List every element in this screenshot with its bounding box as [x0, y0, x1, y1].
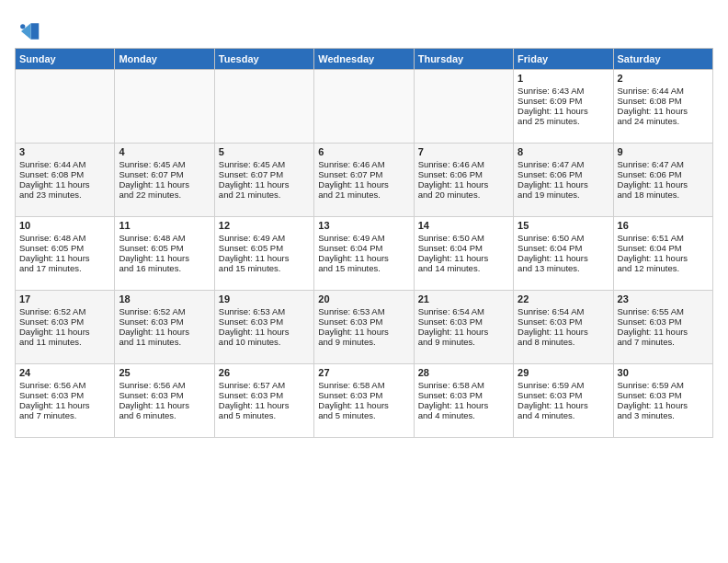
- cell-info-line: Sunrise: 6:43 AM: [518, 86, 609, 96]
- calendar-cell: 23Sunrise: 6:55 AMSunset: 6:03 PMDayligh…: [613, 291, 712, 364]
- cell-info-line: Sunset: 6:03 PM: [119, 390, 210, 400]
- cell-info-line: Sunset: 6:03 PM: [518, 390, 609, 400]
- day-number: 5: [219, 146, 310, 157]
- day-number: 17: [19, 293, 110, 304]
- cell-info-line: Sunrise: 6:53 AM: [318, 306, 409, 316]
- calendar-cell: 22Sunrise: 6:54 AMSunset: 6:03 PMDayligh…: [514, 291, 613, 364]
- cell-info-line: Sunrise: 6:44 AM: [618, 86, 709, 96]
- day-number: 19: [219, 293, 310, 304]
- day-number: 13: [318, 220, 409, 231]
- calendar-cell: 28Sunrise: 6:58 AMSunset: 6:03 PMDayligh…: [414, 364, 513, 438]
- cell-info-line: Sunset: 6:05 PM: [19, 243, 110, 253]
- cell-info-line: Sunrise: 6:56 AM: [19, 380, 110, 390]
- day-number: 18: [119, 293, 210, 304]
- calendar-cell: 7Sunrise: 6:46 AMSunset: 6:06 PMDaylight…: [414, 144, 513, 217]
- calendar-cell: [314, 70, 414, 144]
- cell-info-line: Sunset: 6:03 PM: [318, 390, 409, 400]
- cell-info-line: and 23 minutes.: [19, 190, 110, 200]
- day-number: 12: [219, 220, 310, 231]
- weekday-header-monday: Monday: [115, 49, 214, 70]
- cell-info-line: Daylight: 11 hours: [318, 400, 409, 410]
- weekday-header-tuesday: Tuesday: [214, 49, 313, 70]
- cell-info-line: and 15 minutes.: [318, 263, 409, 273]
- cell-info-line: Sunrise: 6:54 AM: [518, 306, 609, 316]
- cell-info-line: and 11 minutes.: [19, 337, 110, 347]
- calendar-cell: 4Sunrise: 6:45 AMSunset: 6:07 PMDaylight…: [115, 144, 214, 217]
- day-number: 6: [318, 146, 409, 157]
- calendar-cell: 26Sunrise: 6:57 AMSunset: 6:03 PMDayligh…: [214, 364, 313, 438]
- day-number: 4: [119, 146, 210, 157]
- calendar-week-row: 10Sunrise: 6:48 AMSunset: 6:05 PMDayligh…: [16, 217, 713, 291]
- cell-info-line: Daylight: 11 hours: [219, 179, 310, 190]
- cell-info-line: Daylight: 11 hours: [518, 106, 609, 116]
- cell-info-line: Sunrise: 6:55 AM: [618, 306, 709, 316]
- weekday-header-wednesday: Wednesday: [314, 49, 414, 70]
- cell-info-line: Sunset: 6:05 PM: [119, 243, 210, 253]
- calendar-cell: 15Sunrise: 6:50 AMSunset: 6:04 PMDayligh…: [514, 217, 613, 291]
- cell-info-line: Sunset: 6:04 PM: [518, 243, 609, 253]
- cell-info-line: Sunrise: 6:45 AM: [219, 159, 310, 169]
- calendar-cell: 29Sunrise: 6:59 AMSunset: 6:03 PMDayligh…: [514, 364, 613, 438]
- calendar-cell: 13Sunrise: 6:49 AMSunset: 6:04 PMDayligh…: [314, 217, 414, 291]
- cell-info-line: Sunrise: 6:49 AM: [318, 233, 409, 243]
- cell-info-line: Daylight: 11 hours: [219, 327, 310, 337]
- cell-info-line: Daylight: 11 hours: [618, 327, 709, 337]
- cell-info-line: Sunset: 6:03 PM: [219, 316, 310, 327]
- cell-info-line: Sunrise: 6:48 AM: [19, 233, 110, 243]
- weekday-header-thursday: Thursday: [414, 49, 513, 70]
- cell-info-line: Daylight: 11 hours: [618, 106, 709, 116]
- cell-info-line: Sunrise: 6:59 AM: [618, 380, 709, 390]
- cell-info-line: and 25 minutes.: [518, 116, 609, 126]
- cell-info-line: Sunset: 6:03 PM: [19, 390, 110, 400]
- day-number: 21: [418, 293, 509, 304]
- cell-info-line: and 4 minutes.: [418, 410, 509, 420]
- cell-info-line: Daylight: 11 hours: [618, 253, 709, 263]
- calendar-cell: 6Sunrise: 6:46 AMSunset: 6:07 PMDaylight…: [314, 144, 414, 217]
- calendar-cell: 27Sunrise: 6:58 AMSunset: 6:03 PMDayligh…: [314, 364, 414, 438]
- cell-info-line: Sunrise: 6:52 AM: [19, 306, 110, 316]
- cell-info-line: and 7 minutes.: [618, 337, 709, 347]
- weekday-header-friday: Friday: [514, 49, 613, 70]
- calendar-body: 1Sunrise: 6:43 AMSunset: 6:09 PMDaylight…: [16, 70, 713, 438]
- cell-info-line: and 15 minutes.: [219, 263, 310, 273]
- cell-info-line: Daylight: 11 hours: [518, 327, 609, 337]
- cell-info-line: Sunset: 6:04 PM: [418, 243, 509, 253]
- cell-info-line: Daylight: 11 hours: [119, 400, 210, 410]
- logo-icon: [15, 18, 40, 44]
- weekday-header-row: SundayMondayTuesdayWednesdayThursdayFrid…: [16, 49, 713, 70]
- cell-info-line: Sunset: 6:03 PM: [418, 316, 509, 327]
- day-number: 1: [518, 73, 609, 84]
- cell-info-line: Sunset: 6:03 PM: [418, 390, 509, 400]
- cell-info-line: and 8 minutes.: [518, 337, 609, 347]
- calendar-cell: 2Sunrise: 6:44 AMSunset: 6:08 PMDaylight…: [613, 70, 712, 144]
- cell-info-line: Sunrise: 6:56 AM: [119, 380, 210, 390]
- cell-info-line: Daylight: 11 hours: [418, 253, 509, 263]
- weekday-header-saturday: Saturday: [613, 49, 712, 70]
- cell-info-line: Sunrise: 6:48 AM: [119, 233, 210, 243]
- day-number: 10: [19, 220, 110, 231]
- day-number: 28: [418, 367, 509, 378]
- calendar-cell: 30Sunrise: 6:59 AMSunset: 6:03 PMDayligh…: [613, 364, 712, 438]
- day-number: 27: [318, 367, 409, 378]
- cell-info-line: Sunset: 6:08 PM: [19, 169, 110, 179]
- calendar-cell: 19Sunrise: 6:53 AMSunset: 6:03 PMDayligh…: [214, 291, 313, 364]
- cell-info-line: Sunrise: 6:45 AM: [119, 159, 210, 169]
- day-number: 23: [618, 293, 709, 304]
- cell-info-line: Sunrise: 6:46 AM: [418, 159, 509, 169]
- calendar-cell: 5Sunrise: 6:45 AMSunset: 6:07 PMDaylight…: [214, 144, 313, 217]
- cell-info-line: Daylight: 11 hours: [518, 179, 609, 190]
- cell-info-line: Sunrise: 6:46 AM: [318, 159, 409, 169]
- day-number: 9: [618, 146, 709, 157]
- cell-info-line: Sunrise: 6:47 AM: [518, 159, 609, 169]
- calendar-cell: 9Sunrise: 6:47 AMSunset: 6:06 PMDaylight…: [613, 144, 712, 217]
- calendar-cell: 16Sunrise: 6:51 AMSunset: 6:04 PMDayligh…: [613, 217, 712, 291]
- cell-info-line: Sunrise: 6:59 AM: [518, 380, 609, 390]
- calendar-cell: [414, 70, 513, 144]
- cell-info-line: Sunrise: 6:50 AM: [518, 233, 609, 243]
- cell-info-line: and 22 minutes.: [119, 190, 210, 200]
- logo: [15, 18, 44, 44]
- cell-info-line: Sunrise: 6:58 AM: [318, 380, 409, 390]
- calendar-cell: 1Sunrise: 6:43 AMSunset: 6:09 PMDaylight…: [514, 70, 613, 144]
- day-number: 26: [219, 367, 310, 378]
- cell-info-line: Daylight: 11 hours: [518, 253, 609, 263]
